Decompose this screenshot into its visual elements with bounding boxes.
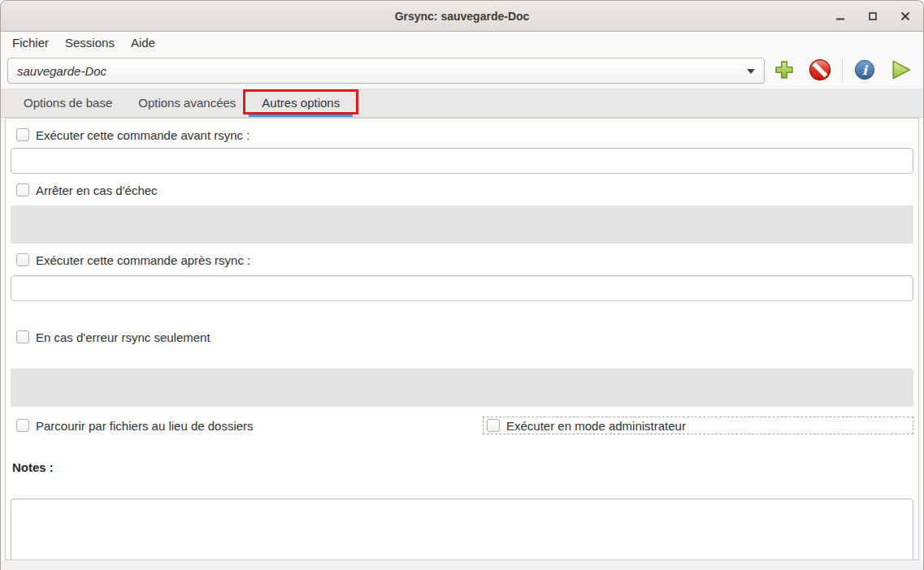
options-split-row: Parcourir par fichiers au lieu de dossie… xyxy=(11,417,913,434)
titlebar[interactable]: Grsync: sauvegarde-Doc xyxy=(1,1,923,32)
menu-fichier[interactable]: Fichier xyxy=(4,33,57,52)
run-button[interactable] xyxy=(884,55,917,86)
tab-options-avancees[interactable]: Options avancées xyxy=(125,89,249,117)
autres-options-panel: Exécuter cette commande avant rsync : Ar… xyxy=(5,118,919,560)
maximize-icon xyxy=(868,10,878,24)
session-combobox-value: sauvegarde-Doc xyxy=(17,64,106,78)
on-error-only-row: En cas d'erreur rsync seulement xyxy=(16,330,913,344)
close-icon xyxy=(900,10,910,24)
exec-before-label: Exécuter cette commande avant rsync : xyxy=(36,128,249,142)
chevron-down-icon xyxy=(747,69,755,74)
minimize-icon xyxy=(835,10,845,24)
exec-after-label: Exécuter cette commande après rsync : xyxy=(36,253,250,267)
superuser-row: Exécuter en mode administrateur xyxy=(487,418,686,433)
superuser-section: Exécuter en mode administrateur xyxy=(483,417,913,434)
no-entry-icon xyxy=(808,58,832,84)
tab-autres-options[interactable]: Autres options xyxy=(249,89,353,117)
add-session-button[interactable] xyxy=(768,55,800,86)
menubar: Fichier Sessions Aide xyxy=(1,32,923,53)
on-error-only-checkbox[interactable] xyxy=(16,330,29,343)
grsync-window: Grsync: sauvegarde-Doc Fichier Sessions xyxy=(0,0,924,570)
browse-files-row: Parcourir par fichiers au lieu de dossie… xyxy=(16,418,483,433)
tabbar: Options de base Options avancées Autres … xyxy=(1,89,923,118)
browse-files-checkbox[interactable] xyxy=(16,419,29,432)
on-error-only-disabled-field xyxy=(11,369,913,407)
notes-textarea[interactable] xyxy=(11,499,913,560)
browse-files-section: Parcourir par fichiers au lieu de dossie… xyxy=(11,418,483,433)
plus-icon xyxy=(773,58,796,84)
toolbar-separator xyxy=(842,59,843,82)
tab-options-de-base[interactable]: Options de base xyxy=(11,89,125,117)
menu-aide[interactable]: Aide xyxy=(123,33,163,52)
window-controls xyxy=(831,1,915,32)
info-icon: i xyxy=(853,58,876,84)
superuser-checkbox[interactable] xyxy=(487,419,500,432)
browse-files-label: Parcourir par fichiers au lieu de dossie… xyxy=(36,419,254,433)
menu-sessions[interactable]: Sessions xyxy=(57,33,123,52)
window-bottom-strip xyxy=(1,560,923,570)
exec-before-checkbox[interactable] xyxy=(16,128,29,141)
exec-before-input[interactable] xyxy=(11,148,913,174)
stop-on-failure-disabled-field xyxy=(11,205,913,244)
close-button[interactable] xyxy=(896,6,915,26)
rsync-info-button[interactable]: i xyxy=(848,55,881,86)
stop-on-failure-label: Arrêter en cas d'échec xyxy=(36,184,158,197)
maximize-button[interactable] xyxy=(863,6,883,26)
tab-autres-options-label: Autres options xyxy=(262,96,340,110)
delete-session-button[interactable] xyxy=(804,55,836,86)
session-combobox[interactable]: sauvegarde-Doc xyxy=(7,58,765,84)
stop-on-failure-checkbox[interactable] xyxy=(16,184,29,196)
on-error-only-label: En cas d'erreur rsync seulement xyxy=(36,330,210,344)
toolbar: sauvegarde-Doc xyxy=(1,53,923,89)
notes-label: Notes : xyxy=(12,460,913,474)
exec-before-row: Exécuter cette commande avant rsync : xyxy=(16,127,913,142)
exec-after-row: Exécuter cette commande après rsync : xyxy=(16,253,913,267)
stop-on-failure-row: Arrêter en cas d'échec xyxy=(16,183,913,197)
superuser-label: Exécuter en mode administrateur xyxy=(506,419,686,433)
window-title: Grsync: sauvegarde-Doc xyxy=(1,10,923,23)
exec-after-input[interactable] xyxy=(11,275,913,301)
play-icon xyxy=(888,58,913,84)
exec-after-checkbox[interactable] xyxy=(16,253,29,266)
minimize-button[interactable] xyxy=(831,6,850,26)
